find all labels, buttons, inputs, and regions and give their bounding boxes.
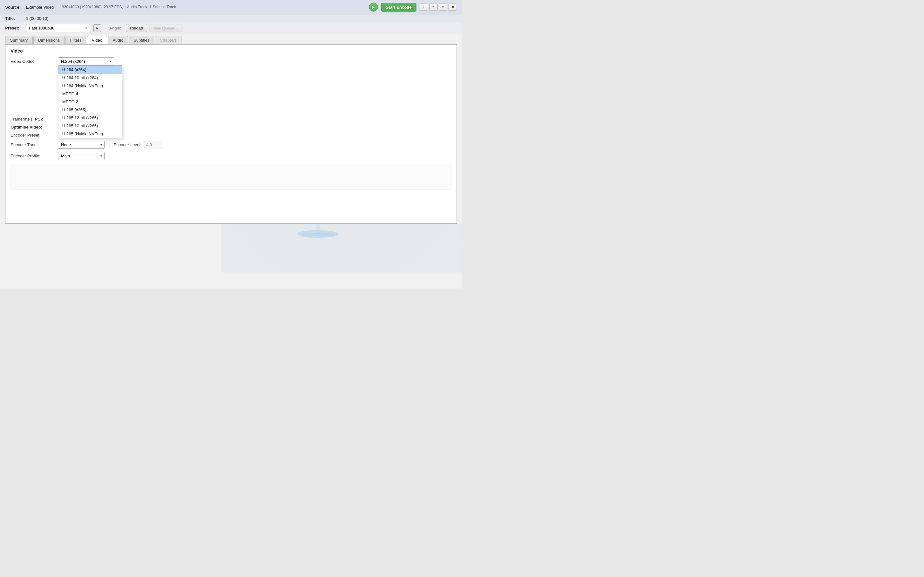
codec-option-mpeg4[interactable]: MPEG-4 [58, 90, 122, 98]
tab-summary[interactable]: Summary [5, 36, 33, 44]
preset-select[interactable]: Fast 1080p30 Very Fast 1080p30 HQ 1080p3… [26, 24, 90, 32]
tab-subtitles[interactable]: Subtitles [129, 36, 154, 44]
encoder-profile-label: Encoder Profile: [11, 153, 55, 158]
codec-option-h265[interactable]: H.265 (x265) [58, 106, 122, 114]
tab-audio[interactable]: Audio [108, 36, 128, 44]
settings-btn[interactable]: ⚙ [439, 3, 447, 11]
reload-button[interactable]: Reload [126, 24, 147, 32]
source-details: 1920x1080 (1920x1080), 29.97 FPS, 1 Audi… [60, 5, 176, 9]
extra-area [11, 164, 451, 189]
tab-chapters[interactable]: Chapters [155, 36, 182, 44]
encoder-tune-label: Encoder Tune: [11, 142, 55, 147]
codec-option-h264-10bit[interactable]: H.264 10-bit (x264) [58, 74, 122, 82]
codec-option-h265-12bit[interactable]: H.265 12-bit (x265) [58, 114, 122, 122]
preset-arrow-btn[interactable]: ▶ [94, 24, 101, 32]
video-section-title: Video [11, 48, 451, 53]
encoder-profile-select-wrapper: Main [58, 152, 105, 160]
title-label: Title: [5, 16, 23, 21]
encoder-tune-select[interactable]: None [58, 141, 105, 149]
codec-option-h265-10bit[interactable]: H.265 10-bit (x265) [58, 122, 122, 130]
encoder-level-input[interactable] [144, 141, 163, 148]
codec-option-h264[interactable]: H.264 (x264) [58, 66, 122, 74]
video-codec-label: Video Codec: [11, 59, 55, 64]
preset-select-wrapper: Fast 1080p30 Very Fast 1080p30 HQ 1080p3… [26, 24, 90, 32]
encoder-tune-select-wrapper: None [58, 141, 105, 149]
pause-btn[interactable]: ⏸ [449, 3, 457, 11]
add-to-queue-btn[interactable]: + [420, 3, 428, 11]
app-window: Source: Example Video 1920x1080 (1920x10… [0, 0, 462, 288]
tab-filters[interactable]: Filters [65, 36, 86, 44]
see-queue-button[interactable]: See Queue... [149, 24, 182, 32]
play-button[interactable]: ▶ [369, 3, 378, 11]
blurred-controls: Reload See Queue... [126, 24, 182, 32]
activity-btn[interactable]: ≡ [429, 3, 438, 11]
preset-label: Preset: [5, 26, 23, 31]
video-codec-row: Video Codec: H.264 (x264) H.264 (x264) H… [11, 57, 451, 65]
form-area: Source: Example Video 1920x1080 (1920x10… [0, 0, 462, 224]
codec-select[interactable]: H.264 (x264) [58, 57, 114, 65]
source-filename: Example Video [26, 5, 54, 10]
encoder-profile-row: Encoder Profile: Main [11, 152, 451, 160]
framerate-label: Framerate (FPS): [11, 117, 55, 121]
tab-dimensions[interactable]: Dimensions [33, 36, 65, 44]
svg-rect-3 [302, 233, 334, 236]
optimise-label: Optimise Video: [11, 125, 55, 129]
tabs-container: Summary Dimensions Filters Video Audio S… [0, 34, 462, 44]
video-panel: Video Video Codec: H.264 (x264) H.264 (x… [5, 44, 457, 224]
codec-dropdown-menu: H.264 (x264) H.264 10-bit (x264) H.264 (… [58, 65, 122, 138]
title-value: 1 (00:00:10) [26, 16, 48, 21]
source-label: Source: [5, 5, 23, 10]
encoder-tune-row: Encoder Tune: None Encoder Level: [11, 141, 451, 149]
angle-label: Angle: [110, 26, 121, 31]
toolbar-icon-btns: + ≡ ⚙ ⏸ [420, 3, 457, 11]
encoder-profile-select[interactable]: Main [58, 152, 105, 160]
codec-option-mpeg2[interactable]: MPEG-2 [58, 98, 122, 106]
codec-option-h265-nvidia[interactable]: H.265 (Nvidia NVEnc) [58, 130, 122, 138]
tab-video[interactable]: Video [87, 36, 107, 44]
start-encode-button[interactable]: Start Encode [381, 3, 417, 11]
codec-option-h264-nvidia[interactable]: H.264 (Nvidia NVEnc) [58, 82, 122, 90]
encoder-level-label: Encoder Level: [113, 142, 142, 147]
codec-select-container: H.264 (x264) H.264 (x264) H.264 10-bit (… [58, 57, 114, 65]
encoder-preset-label: Encoder Preset: [11, 133, 55, 137]
